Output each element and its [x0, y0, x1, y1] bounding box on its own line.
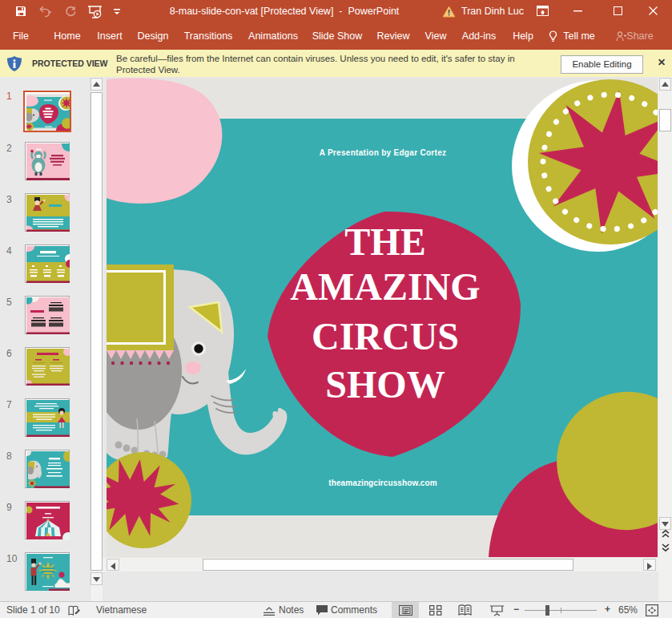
svg-text:SHOW: SHOW	[325, 363, 445, 406]
svg-text:A Presentation by Edgar Cortez: A Presentation by Edgar Cortez	[320, 148, 447, 157]
svg-text:THE: THE	[344, 220, 425, 263]
svg-text:theamazingcircusshow.com: theamazingcircusshow.com	[328, 479, 437, 487]
svg-text:AMAZING: AMAZING	[290, 265, 480, 308]
svg-text:CIRCUS: CIRCUS	[312, 315, 459, 357]
